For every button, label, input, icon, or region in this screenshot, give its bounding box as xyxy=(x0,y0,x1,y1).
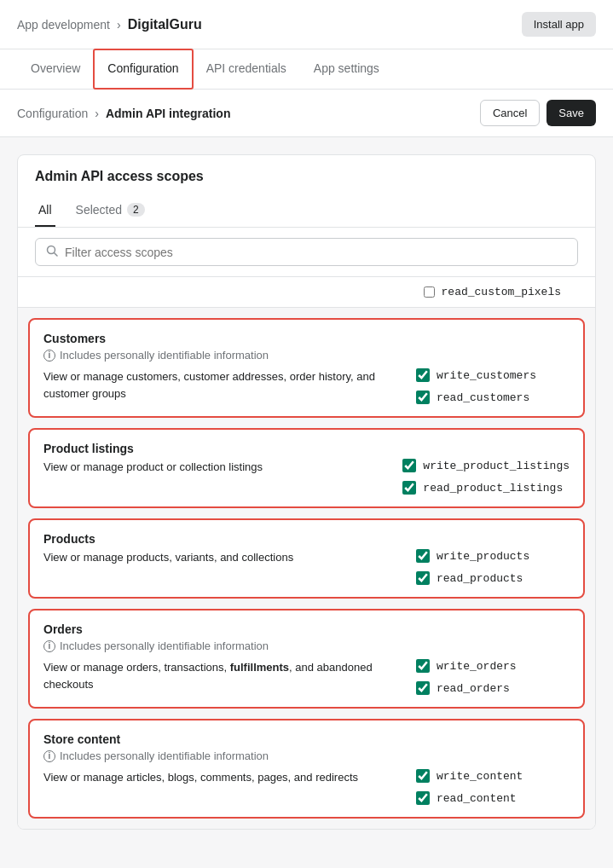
checkbox-read_customers[interactable] xyxy=(416,391,430,404)
app-dev-label: App development xyxy=(17,18,110,32)
scope-group-desc-orders: View or manage orders, transactions, ful… xyxy=(43,659,406,692)
scope-item-read_product_listings: read_product_listings xyxy=(402,481,563,495)
tab-api-credentials[interactable]: API credentials xyxy=(193,49,300,89)
scope-item-write_products: write_products xyxy=(416,549,529,563)
checkbox-write_orders[interactable] xyxy=(416,659,430,673)
scopes-area: read_custom_pixels Customers i Includes … xyxy=(18,277,595,829)
scope-group-info-customers: i Includes personally identifiable infor… xyxy=(43,349,570,362)
scope-item-write_orders: write_orders xyxy=(416,659,517,673)
scope-group-customers: Customers i Includes personally identifi… xyxy=(28,318,585,418)
tab-app-settings[interactable]: App settings xyxy=(300,49,393,89)
scope-group-inner-customers: Customers i Includes personally identifi… xyxy=(30,320,583,416)
scope-checkboxes-products: write_products read_products xyxy=(416,549,570,585)
label-read_product_listings: read_product_listings xyxy=(423,482,563,495)
label-write_customers: write_customers xyxy=(437,369,536,382)
scope-checkboxes-store-content: write_content read_content xyxy=(416,769,570,805)
tab-selected[interactable]: Selected 2 xyxy=(72,194,148,227)
info-text-customers: Includes personally identifiable informa… xyxy=(60,349,269,362)
scope-group-body-store-content: View or manage articles, blogs, comments… xyxy=(43,769,570,805)
scope-group-desc-customers: View or manage customers, customer addre… xyxy=(43,368,406,402)
breadcrumb-top: App development › DigitalGuru xyxy=(17,17,202,32)
checkbox-read_products[interactable] xyxy=(416,571,430,585)
scope-item-write_customers: write_customers xyxy=(416,368,536,382)
info-text-orders: Includes personally identifiable informa… xyxy=(60,639,269,652)
search-icon xyxy=(46,245,58,259)
save-button[interactable]: Save xyxy=(546,100,596,126)
read-custom-pixels-checkbox[interactable] xyxy=(424,286,435,298)
sub-header-actions: Cancel Save xyxy=(480,100,596,126)
label-write_products: write_products xyxy=(437,550,529,563)
main-content: Admin API access scopes All Selected 2 xyxy=(0,137,613,847)
scope-checkboxes-product-listings: write_product_listings read_product_list… xyxy=(402,459,570,495)
top-scope-row: read_custom_pixels xyxy=(18,277,595,308)
checkbox-read_product_listings[interactable] xyxy=(402,481,416,495)
selected-badge: 2 xyxy=(127,203,145,217)
tab-configuration[interactable]: Configuration xyxy=(94,49,192,89)
checkbox-write_products[interactable] xyxy=(416,549,430,563)
top-bar: App development › DigitalGuru Install ap… xyxy=(0,0,613,49)
app-name-label: DigitalGuru xyxy=(128,17,202,32)
scope-group-inner-store-content: Store content i Includes personally iden… xyxy=(30,720,583,817)
scope-group-body-products: View or manage products, variants, and c… xyxy=(43,549,570,585)
scope-item-write_product_listings: write_product_listings xyxy=(402,459,570,472)
label-write_product_listings: write_product_listings xyxy=(423,460,570,472)
scope-group-desc-store-content: View or manage articles, blogs, comments… xyxy=(43,769,406,786)
tab-all[interactable]: All xyxy=(35,194,55,227)
checkbox-read_content[interactable] xyxy=(416,791,430,805)
cancel-button[interactable]: Cancel xyxy=(480,100,540,126)
checkbox-write_content[interactable] xyxy=(416,769,430,783)
scope-group-info-store-content: i Includes personally identifiable infor… xyxy=(43,749,570,762)
scope-item-read_orders: read_orders xyxy=(416,681,510,695)
label-read_content: read_content xyxy=(437,792,517,805)
scope-item-read_products: read_products xyxy=(416,571,523,585)
scope-item-write_content: write_content xyxy=(416,769,523,783)
label-read_products: read_products xyxy=(437,572,523,585)
svg-line-1 xyxy=(55,253,58,257)
scope-group-body-product-listings: View or manage product or collection lis… xyxy=(43,459,570,495)
sub-header: Configuration › Admin API integration Ca… xyxy=(0,90,613,137)
checkbox-read_orders[interactable] xyxy=(416,681,430,695)
scope-group-product-listings: Product listings View or manage product … xyxy=(28,428,585,508)
scope-item-read_customers: read_customers xyxy=(416,391,529,404)
search-input-wrap xyxy=(35,238,578,266)
card-tabs: All Selected 2 xyxy=(18,194,595,228)
scope-group-title-product-listings: Product listings xyxy=(43,442,570,455)
label-write_content: write_content xyxy=(437,770,523,783)
label-write_orders: write_orders xyxy=(437,660,517,673)
page-title: Admin API integration xyxy=(106,107,230,120)
search-container xyxy=(18,228,595,277)
breadcrumb-chevron-1: › xyxy=(117,18,121,32)
scope-group-title-customers: Customers xyxy=(43,332,570,345)
checkbox-write_customers[interactable] xyxy=(416,368,430,382)
scope-checkboxes-customers: write_customers read_customers xyxy=(416,368,570,404)
tab-all-label: All xyxy=(38,203,52,217)
scope-group-store-content: Store content i Includes personally iden… xyxy=(28,719,585,819)
scope-group-title-products: Products xyxy=(43,532,570,546)
breadcrumb-sub: Configuration › Admin API integration xyxy=(17,107,230,120)
info-icon-customers: i xyxy=(43,350,55,362)
nav-tabs: Overview Configuration API credentials A… xyxy=(0,49,613,90)
checkbox-write_product_listings[interactable] xyxy=(402,459,416,472)
scope-group-body-orders: View or manage orders, transactions, ful… xyxy=(43,659,570,695)
scope-group-inner-orders: Orders i Includes personally identifiabl… xyxy=(30,610,583,707)
card-title: Admin API access scopes xyxy=(35,169,578,184)
admin-api-card: Admin API access scopes All Selected 2 xyxy=(17,154,596,830)
breadcrumb-chevron-2: › xyxy=(95,107,99,120)
scope-checkboxes-orders: write_orders read_orders xyxy=(416,659,570,695)
scope-item-read_content: read_content xyxy=(416,791,517,805)
tab-selected-label: Selected xyxy=(76,203,122,217)
scope-group-title-store-content: Store content xyxy=(43,732,570,746)
scope-group-inner-products: Products View or manage products, varian… xyxy=(30,520,583,597)
install-app-button[interactable]: Install app xyxy=(522,12,596,37)
label-read_customers: read_customers xyxy=(437,391,529,404)
card-header: Admin API access scopes xyxy=(18,155,595,184)
tab-overview[interactable]: Overview xyxy=(17,49,94,89)
scope-group-desc-product-listings: View or manage product or collection lis… xyxy=(43,459,392,476)
search-input[interactable] xyxy=(65,246,567,259)
config-breadcrumb-link[interactable]: Configuration xyxy=(17,107,88,120)
scope-group-products: Products View or manage products, varian… xyxy=(28,518,585,599)
scope-group-inner-product-listings: Product listings View or manage product … xyxy=(30,430,583,506)
info-icon-orders: i xyxy=(43,640,55,652)
read-custom-pixels-label: read_custom_pixels xyxy=(442,286,561,298)
scope-group-title-orders: Orders xyxy=(43,622,570,636)
